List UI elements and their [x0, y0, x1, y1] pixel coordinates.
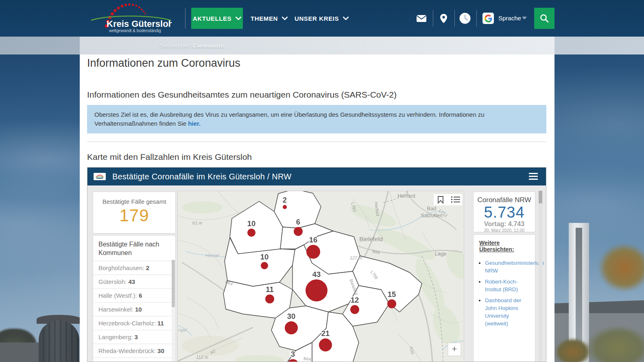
kommune-row[interactable]: Langenberg: 3: [93, 330, 175, 344]
case-bubble-value: 2: [283, 196, 287, 204]
kommune-row[interactable]: Herzebrock-Clarholz: 11: [93, 316, 175, 330]
map-toolbar: [433, 194, 463, 206]
search-button[interactable]: [534, 8, 554, 29]
nrw-previous: Vortag: 4.743: [474, 220, 535, 228]
case-bubble-value: 6: [296, 218, 300, 226]
widget-logo: [94, 173, 106, 180]
case-bubble-value: 3: [291, 350, 295, 358]
chevron-down-icon: [236, 17, 241, 20]
map-place-label: Lage: [435, 251, 447, 257]
language-caret-icon[interactable]: [522, 17, 527, 20]
map-place-label: Herford: [397, 193, 415, 199]
kommunen-card: Bestätigte Fälle nach Kommunen Borgholzh…: [93, 235, 176, 362]
links-list: Gesundheitsministerium NRWRobert-Koch-In…: [485, 259, 531, 327]
corona-map-widget: Bestätigte Coronafälle im Kreis Güterslo…: [87, 167, 546, 362]
case-bubble-value: 15: [388, 290, 396, 299]
section-heading-karte: Karte mit den Fallzahlen im Kreis Güters…: [87, 152, 252, 162]
logo-tagline: weltgewandt & bodenständig: [109, 28, 161, 33]
info-box-text: Oberstes Ziel ist es, die Ausbreitung de…: [94, 111, 485, 127]
case-bubble[interactable]: [285, 321, 298, 334]
case-bubble[interactable]: [350, 305, 359, 314]
overview-link-item: Gesundheitsministerium NRW: [485, 259, 531, 275]
header-separator: [476, 10, 477, 26]
map-place-label: Bad: [427, 205, 436, 212]
header-separator: [433, 10, 433, 26]
kommune-row[interactable]: Harsewinkel: 10: [93, 302, 175, 316]
kommunen-heading: Bestätigte Fälle nach Kommunen: [93, 236, 175, 261]
nav-unser-kreis[interactable]: UNSER KREIS: [287, 8, 356, 29]
kommune-row[interactable]: Rheda-Wiedenbrück: 30: [93, 344, 175, 358]
nrw-cases-card: Coronafälle NRW 5.734 Vortag: 4.743 20. …: [473, 192, 535, 232]
overview-link[interactable]: Gesundheitsministerium NRW: [485, 260, 544, 274]
page-title: Informationen zum Coronavirus: [87, 57, 240, 70]
chevron-down-icon: [282, 17, 288, 20]
hier-link[interactable]: hier.: [188, 120, 201, 127]
case-map[interactable]: HerfordBadSalzuflenBielefeldLage61 m127 …: [177, 191, 464, 362]
case-bubble-value: 12: [351, 296, 359, 304]
nav-aktuelles-label: AKTUELLES: [193, 15, 231, 22]
links-card: Weitere Übersichten: Gesundheitsminister…: [473, 234, 535, 362]
map-elevation-label: 112 m: [196, 355, 208, 360]
overview-link[interactable]: Robert-Koch-Institut (BRD): [485, 279, 518, 292]
case-bubble[interactable]: [306, 245, 320, 259]
map-water-label: Hessel: [205, 253, 219, 258]
google-translate-icon[interactable]: [482, 13, 494, 24]
sidebar-scrollbar[interactable]: [539, 191, 542, 362]
case-bubble[interactable]: [261, 262, 268, 269]
kommunen-list: Borgholzhausen: 2Gütersloh: 43Halle (Wes…: [93, 261, 175, 362]
widget-title: Bestätigte Coronafälle im Kreis Güterslo…: [112, 172, 291, 181]
section-heading-gesundheitsamt: Informationen des Gesundheitsamtes zum n…: [87, 90, 397, 100]
site-logo[interactable]: Kreis Gütersloh weltgewandt & bodenständ…: [90, 2, 172, 34]
mail-icon[interactable]: [415, 11, 428, 25]
case-bubble[interactable]: [247, 229, 255, 237]
total-cases-card: Bestätigte Fälle gesamt 179: [93, 192, 176, 233]
map-place-label: Salzuflen: [421, 212, 442, 218]
map-elevation-label: 61 m: [192, 220, 202, 225]
case-bubble[interactable]: [306, 279, 327, 301]
site-header: Kreis Gütersloh weltgewandt & bodenständ…: [0, 0, 644, 37]
kommunen-scrollbar[interactable]: [172, 260, 175, 362]
svg-text:+: +: [452, 344, 457, 354]
widget-header: Bestätigte Coronafälle im Kreis Güterslo…: [87, 168, 546, 185]
nrw-date: 20. März 2020, 12.00: [474, 228, 535, 233]
header-separator: [454, 10, 455, 26]
map-place-label: Bielefeld: [359, 236, 383, 242]
case-bubble-value: 11: [266, 285, 274, 294]
map-elevation-label: 127 m: [350, 255, 362, 260]
chevron-down-icon: [343, 17, 349, 20]
nrw-value: 5.734: [474, 204, 535, 220]
breadcrumb-current: Coronavirus: [193, 43, 225, 49]
case-bubble[interactable]: [294, 227, 303, 236]
case-bubble[interactable]: [283, 205, 287, 209]
links-heading: Weitere Übersichten:: [479, 240, 531, 253]
search-icon: [540, 14, 549, 23]
overview-link-item: Dashboard der John Hopkins University (w…: [485, 297, 531, 327]
kommune-row[interactable]: Gütersloh: 43: [93, 275, 175, 288]
background-tower: [39, 321, 79, 362]
total-cases-value: 179: [93, 206, 175, 225]
case-bubble[interactable]: [387, 299, 396, 308]
location-pin-icon[interactable]: [437, 11, 450, 25]
background-tree: [598, 243, 644, 292]
overview-link-item: Robert-Koch-Institut (BRD): [485, 278, 531, 293]
language-selector[interactable]: Sprache: [498, 15, 521, 22]
widget-body: Bestätigte Fälle gesamt 179 Bestätigte F…: [87, 185, 546, 362]
case-bubble[interactable]: [265, 294, 274, 303]
nav-aktuelles[interactable]: AKTUELLES: [191, 8, 243, 29]
case-bubble-value: 21: [321, 329, 330, 338]
case-bubble-value: 10: [247, 219, 256, 228]
case-bubble[interactable]: [319, 338, 332, 351]
nrw-title: Coronafälle NRW: [474, 196, 535, 204]
nav-unser-kreis-label: UNSER KREIS: [295, 15, 339, 22]
menu-icon[interactable]: [529, 173, 538, 180]
case-bubble-value: 30: [287, 312, 296, 321]
kommune-row[interactable]: Borgholzhausen: 2: [93, 261, 175, 275]
kommune-row[interactable]: Halle (Westf.): 6: [93, 288, 175, 302]
clock-icon[interactable]: [458, 11, 472, 25]
zoom-in-button[interactable]: +: [448, 343, 461, 356]
breadcrumb: Sie sind hier: Coronavirus: [0, 37, 644, 55]
breadcrumb-text[interactable]: Sie sind hier: Coronavirus: [80, 43, 225, 49]
kommune-row[interactable]: Rietberg: 21: [93, 358, 175, 362]
overview-link[interactable]: Dashboard der John Hopkins University (w…: [485, 297, 521, 327]
background-building-left: [0, 342, 45, 362]
